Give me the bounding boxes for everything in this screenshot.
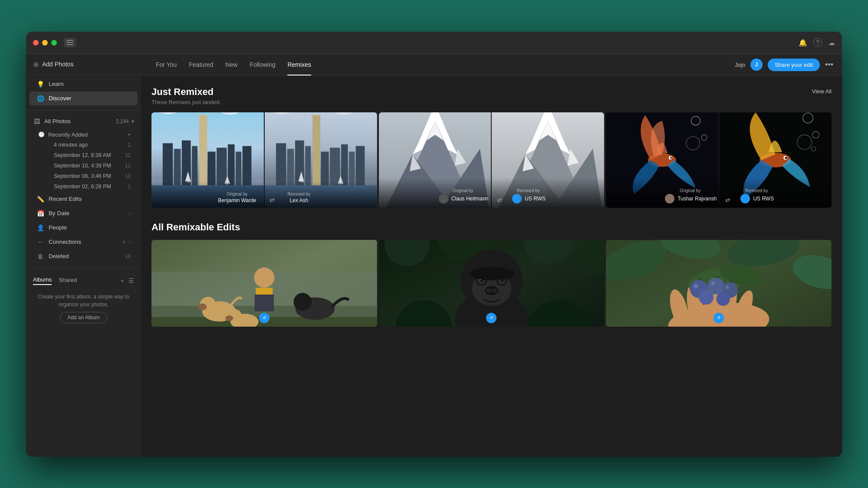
- svg-rect-11: [207, 151, 215, 185]
- svg-point-127: [711, 281, 715, 285]
- content-scroll: Just Remixed These Remixes just landed. …: [141, 76, 842, 457]
- recently-added-header[interactable]: 🕐 Recently Added ▾: [35, 128, 138, 140]
- tab-following[interactable]: Following: [243, 54, 281, 75]
- date-item[interactable]: September 08, 3:46 PM12: [35, 171, 138, 181]
- sidebar-toggle-icon[interactable]: [64, 38, 76, 47]
- recent-edits-label: Recent Edits: [49, 196, 82, 202]
- tab-new[interactable]: New: [219, 54, 243, 75]
- svg-point-81: [293, 293, 312, 311]
- svg-rect-30: [305, 146, 311, 185]
- sidebar-item-people[interactable]: 👤 People: [30, 221, 138, 235]
- nav-right: Jojo J Share your edit •••: [735, 59, 833, 71]
- dogs-remix-icon: ↺: [259, 313, 270, 323]
- svg-point-104: [486, 288, 492, 292]
- date-item[interactable]: 4 minutes ago1: [35, 140, 138, 150]
- albums-empty-text: Create your first album, a simple way to…: [33, 288, 134, 312]
- dogs-card[interactable]: ↺: [151, 240, 377, 327]
- trash-icon: 🗑: [36, 253, 44, 260]
- just-remixed-section: Just Remixed These Remixes just landed. …: [151, 86, 832, 208]
- deleted-label: Deleted: [49, 253, 69, 259]
- just-remixed-title: Just Remixed: [151, 86, 221, 98]
- svg-rect-33: [341, 144, 348, 185]
- svg-rect-5: [199, 115, 207, 185]
- add-album-icon[interactable]: +: [121, 277, 124, 284]
- close-button[interactable]: [33, 40, 39, 46]
- svg-point-58: [671, 157, 672, 158]
- svg-rect-32: [330, 147, 340, 185]
- remix-arrow-icon: ⇄: [270, 197, 275, 203]
- svg-rect-10: [192, 146, 197, 185]
- help-icon[interactable]: ?: [813, 38, 822, 47]
- connections-label: Connections: [49, 239, 81, 245]
- svg-rect-0: [66, 40, 73, 41]
- svg-rect-26: [311, 114, 312, 116]
- mountain-card[interactable]: Original by Claus Heitmann ⇄ Remixed by: [379, 112, 605, 208]
- sidebar-item-by-date[interactable]: 📅 By Date ‹: [30, 206, 138, 220]
- people-label: People: [49, 224, 67, 231]
- svg-rect-31: [321, 151, 329, 185]
- just-remixed-subtitle: These Remixes just landed.: [151, 99, 221, 105]
- all-photos-label: All Photos: [44, 118, 71, 124]
- all-photos-row[interactable]: 🖼 All Photos 2,244 ▾: [30, 115, 138, 128]
- nyc-card[interactable]: Original by Benjamin Warde ⇄ Remixed by …: [151, 112, 377, 208]
- albums-tab[interactable]: Albums: [33, 276, 52, 285]
- svg-point-65: [785, 157, 787, 159]
- sidebar-item-learn[interactable]: 💡 Learn: [30, 77, 138, 91]
- more-options-button[interactable]: •••: [825, 60, 833, 69]
- remix-dot-blueberries: ↺: [713, 313, 724, 323]
- all-photos-count: 2,244: [116, 118, 129, 124]
- sidebar-item-deleted[interactable]: 🗑 Deleted 19: [30, 249, 138, 263]
- blueberries-card[interactable]: ↺: [606, 240, 832, 327]
- add-connection-icon[interactable]: +: [122, 239, 125, 246]
- albums-header: Albums Shared + ☰: [33, 276, 134, 285]
- sidebar-divider-2: [26, 268, 141, 269]
- svg-rect-28: [287, 149, 294, 185]
- date-item[interactable]: September 02, 6:28 PM1: [35, 181, 138, 192]
- svg-point-128: [726, 285, 729, 289]
- cloud-icon[interactable]: ☁: [828, 39, 835, 47]
- sidebar-item-connections[interactable]: ↔ Connections + ‹: [30, 235, 138, 249]
- shared-tab[interactable]: Shared: [59, 277, 77, 285]
- fish-card[interactable]: Original by Tushar Rajvansh ⇄ Remixed by: [606, 112, 832, 208]
- date-items: 4 minutes ago1September 12, 8:39 AM31Sep…: [35, 140, 138, 192]
- albums-actions: + ☰: [121, 277, 134, 284]
- date-item[interactable]: September 12, 8:39 AM31: [35, 150, 138, 160]
- view-all-button[interactable]: View All: [812, 86, 832, 95]
- all-remixable-title: All Remixable Edits: [151, 222, 240, 233]
- remixed-author-1: Lex Ash: [290, 197, 309, 203]
- sort-albums-icon[interactable]: ☰: [128, 277, 134, 284]
- remixed-by-label-1: Remixed by: [288, 192, 311, 197]
- tab-for-you[interactable]: For You: [150, 54, 183, 75]
- gorilla-card[interactable]: ↺: [379, 240, 605, 327]
- date-item[interactable]: September 10, 4:39 PM11: [35, 160, 138, 171]
- add-album-button[interactable]: Add an Album: [60, 312, 107, 323]
- nyc-label: Original by Benjamin Warde ⇄ Remixed by …: [151, 181, 377, 208]
- svg-rect-13: [228, 144, 235, 185]
- share-your-edit-button[interactable]: Share your edit: [768, 59, 820, 71]
- remix-dot-gorilla: ↺: [486, 313, 496, 323]
- add-photos-button[interactable]: ⊕ Add Photos: [26, 54, 141, 75]
- chevron-left-icon: ‹: [129, 211, 131, 216]
- svg-rect-35: [355, 146, 365, 185]
- fish-original-info: Original by Tushar Rajvansh: [664, 188, 717, 203]
- svg-point-125: [717, 292, 730, 305]
- minimize-button[interactable]: [42, 40, 48, 46]
- sidebar-item-discover[interactable]: 🌐 Discover: [30, 92, 138, 105]
- sidebar-item-recent-edits[interactable]: ✏️ Recent Edits: [30, 192, 138, 206]
- clock-icon: 🕐: [38, 131, 45, 138]
- svg-rect-7: [163, 143, 173, 185]
- gorilla-remix-icon: ↺: [486, 313, 496, 323]
- all-remixable-header: All Remixable Edits: [151, 222, 832, 233]
- usrws-avatar-1: [512, 194, 522, 203]
- all-remixable-grid: ↺: [151, 240, 832, 327]
- svg-point-126: [694, 284, 698, 288]
- svg-rect-12: [217, 147, 227, 185]
- remix-dot-dogs: ↺: [259, 313, 270, 323]
- albums-section: Albums Shared + ☰ Create your first albu…: [26, 271, 141, 326]
- discover-label: Discover: [49, 95, 72, 102]
- tab-remixes[interactable]: Remixes: [281, 54, 317, 75]
- bell-icon[interactable]: 🔔: [799, 39, 807, 47]
- app-body: ⊕ Add Photos 💡 Learn 🌐 Discover 🖼 All P: [26, 54, 842, 457]
- maximize-button[interactable]: [51, 40, 57, 46]
- tab-featured[interactable]: Featured: [183, 54, 219, 75]
